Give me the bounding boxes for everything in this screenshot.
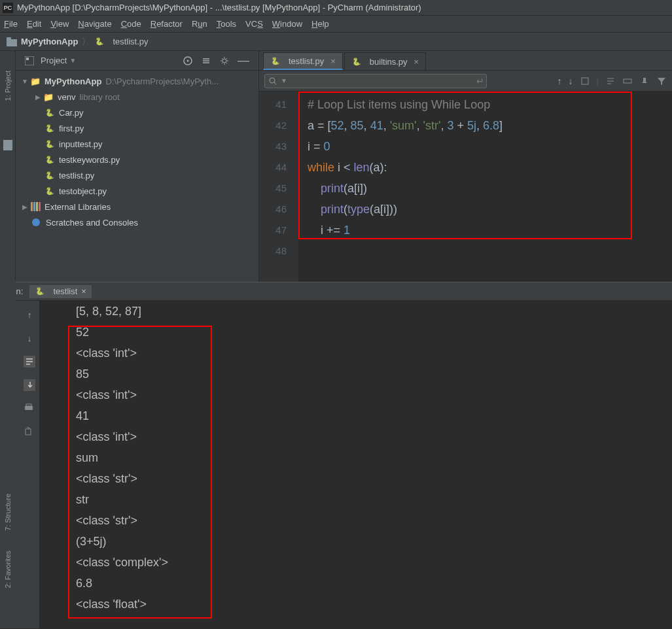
scratch-name: Scratches and Consoles (46, 218, 138, 228)
menu-edit[interactable]: Edit (27, 19, 41, 29)
menu-tools[interactable]: Tools (217, 19, 236, 29)
print-icon[interactable] (24, 403, 35, 415)
tab-builtins[interactable]: 🐍 builtins.py × (344, 52, 426, 70)
output-line: 41 (76, 405, 672, 426)
tree-file[interactable]: 🐍testkeywords.py (16, 152, 258, 167)
tree-file[interactable]: 🐍testobject.py (16, 183, 258, 199)
menu-navigate[interactable]: Navigate (78, 19, 111, 29)
run-panel: Run: 🐍 testlist × ▶ ■ ▍▍ ↑ ↓ (0, 282, 672, 628)
up-icon[interactable]: ↑ (24, 309, 35, 320)
tree-external[interactable]: ▶ External Libraries (16, 199, 258, 214)
sidebar-structure[interactable]: 7: Structure (4, 494, 12, 531)
enter-icon: ↵ (476, 76, 484, 86)
expand-icon[interactable]: ▶ (21, 203, 29, 211)
folder-icon: 📁 (30, 76, 41, 86)
python-icon: 🐍 (44, 123, 55, 133)
line-num: 44 (259, 157, 287, 178)
left-sidebar: 1: Project (0, 51, 16, 282)
code-area[interactable]: 41 42 43 44 45 46 47 48 # Loop List item… (259, 92, 672, 282)
close-icon[interactable]: × (414, 57, 419, 67)
file-name: inputtest.py (59, 139, 103, 149)
tree-file[interactable]: 🐍inputtest.py (16, 136, 258, 152)
tab-label: builtins.py (370, 57, 408, 67)
project-label[interactable]: Project (41, 56, 67, 65)
sidebar-project[interactable]: 1: Project (4, 71, 12, 101)
svg-rect-10 (36, 202, 38, 211)
breadcrumb-file[interactable]: testlist.py (113, 37, 148, 46)
dropdown-icon[interactable]: ▼ (281, 77, 287, 84)
folder-icon: 📁 (43, 92, 54, 102)
select-all-icon[interactable] (580, 76, 590, 86)
file-name: testkeywords.py (59, 155, 120, 165)
tree-venv[interactable]: ▶ 📁 venv library root (16, 89, 258, 105)
tree-root[interactable]: ▼ 📁 MyPythonApp D:\PycharmProjects\MyPyt… (16, 73, 258, 89)
line-num: 45 (259, 178, 287, 199)
output-line: <class 'str'> (76, 510, 672, 531)
tab-testlist[interactable]: 🐍 testlist.py × (263, 52, 343, 70)
file-name: testlist.py (59, 171, 94, 180)
svg-rect-19 (26, 404, 31, 406)
output-line: <class 'int'> (76, 384, 672, 405)
chevron-right-icon: 〉 (82, 36, 90, 48)
svg-rect-11 (39, 202, 41, 211)
output-line: <class 'str'> (76, 468, 672, 489)
dropdown-icon[interactable]: ▼ (69, 57, 76, 64)
tree-file[interactable]: 🐍testlist.py (16, 167, 258, 183)
tree-file[interactable]: 🐍Car.py (16, 105, 258, 120)
gear-icon[interactable] (219, 56, 230, 66)
search-box[interactable]: ▼ (264, 74, 487, 88)
next-icon[interactable]: ↓ (569, 76, 573, 86)
output-line: <class 'int'> (76, 343, 672, 364)
output-line: (3+5j) (76, 531, 672, 552)
tree-file[interactable]: 🐍first.py (16, 120, 258, 136)
toggle-icon[interactable] (622, 76, 633, 86)
locate-icon[interactable] (183, 56, 193, 66)
menu-refactor[interactable]: Refactor (150, 19, 183, 29)
console-output[interactable]: [5, 8, 52, 87] 52 <class 'int'> 85 <clas… (39, 301, 672, 628)
collapse-icon[interactable] (201, 56, 211, 66)
down-icon[interactable]: ↓ (24, 332, 35, 344)
scroll-icon[interactable] (24, 379, 35, 391)
close-icon[interactable]: × (330, 56, 336, 66)
root-path: D:\PycharmProjects\MyPyth... (105, 76, 219, 86)
menu-run[interactable]: Run (192, 19, 207, 29)
tree-scratches[interactable]: Scratches and Consoles (16, 214, 258, 230)
code-content[interactable]: # Loop List items using While Loop a = [… (298, 92, 672, 282)
hide-icon[interactable]: — (238, 54, 249, 67)
delete-icon[interactable] (24, 426, 35, 438)
line-num: 41 (259, 94, 287, 115)
folder-icon (7, 37, 17, 46)
python-icon: 🐍 (44, 154, 55, 165)
pin-icon[interactable] (639, 76, 650, 86)
python-icon: 🐍 (35, 286, 45, 297)
run-tab[interactable]: 🐍 testlist × (29, 285, 91, 298)
window-title: MyPythonApp [D:\PycharmProjects\MyPython… (17, 3, 421, 12)
svg-point-12 (32, 218, 40, 226)
app-icon: PC (3, 3, 13, 13)
python-icon: 🐍 (351, 56, 362, 67)
find-bar: ▼ ↵ ↑ ↓ | (259, 71, 672, 92)
menu-vcs[interactable]: VCS (245, 19, 263, 29)
menu-window[interactable]: Window (272, 19, 302, 29)
prev-icon[interactable]: ↑ (557, 76, 562, 86)
ext-name: External Libraries (44, 202, 111, 212)
menu-file[interactable]: File (4, 19, 18, 29)
menu-code[interactable]: Code (121, 19, 141, 29)
output-line: <class 'float'> (76, 594, 672, 615)
filter-icon[interactable] (656, 76, 667, 86)
sidebar-favorites[interactable]: 2: Favorites (4, 551, 12, 588)
expand-icon[interactable]: ▼ (21, 78, 29, 85)
search-input[interactable] (287, 76, 482, 86)
menu-help[interactable]: Help (311, 19, 329, 29)
svg-point-13 (270, 78, 275, 83)
close-icon[interactable]: × (81, 286, 86, 296)
expand-icon[interactable]: ▶ (34, 94, 42, 101)
left-toolwindow-bar: 7: Structure 2: Favorites (0, 280, 16, 607)
breadcrumb-project[interactable]: MyPythonApp (21, 37, 78, 46)
menu-view[interactable]: View (50, 19, 69, 29)
output-line: <class 'int'> (76, 426, 672, 447)
wrap-icon[interactable] (24, 356, 35, 367)
add-selection-icon[interactable] (605, 76, 616, 86)
output-line: 85 (76, 364, 672, 384)
file-icon[interactable] (3, 140, 12, 150)
